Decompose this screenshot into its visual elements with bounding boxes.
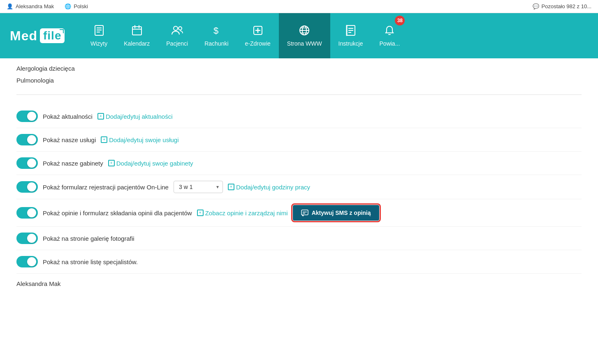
svg-text:$: $ (213, 25, 218, 36)
nav-item-wizyty[interactable]: Wizyty (82, 13, 116, 58)
nav-label-wizyty: Wizyty (90, 40, 107, 47)
toggle-specjalisci[interactable] (16, 256, 38, 267)
user-icon: 👤 (7, 3, 13, 9)
rachunki-icon: $ (211, 25, 222, 38)
footer-name: Aleksandra Mak (16, 280, 61, 287)
nav-item-instrukcje[interactable]: Instrukcje (330, 13, 371, 58)
toggle-row-opinie: Pokaż opinie i formularz składania opini… (16, 199, 582, 227)
ext-icon-aktualnosci: + (97, 113, 104, 120)
powia-icon (384, 25, 395, 38)
dropdown-formularz[interactable]: 3 w 1 1 w 1 2 w 1 (174, 181, 223, 193)
content: Alergologia dziecięca Pulmonologia Pokaż… (0, 58, 598, 364)
nav-label-instrukcje: Instrukcje (338, 40, 363, 47)
ext-icon-opinie: + (197, 210, 204, 216)
svg-rect-4 (132, 27, 141, 35)
nav-label-pacjenci: Pacjenci (166, 40, 188, 47)
top-bar-remaining: Pozostało 982 z 10... (542, 3, 591, 9)
strona-www-icon (299, 25, 310, 38)
nav-item-ezdrowie[interactable]: e-Zdrowie (237, 13, 279, 58)
svg-point-8 (174, 26, 178, 30)
ext-icon-uslugi: + (101, 136, 107, 143)
toggle-row-specjalisci: Pokaż na stronie listę specjalistów. (16, 250, 582, 274)
specialty-item-1: Pulmonologia (16, 74, 582, 86)
specialty-item-0: Alergologia dziecięca (16, 62, 582, 74)
logo-text: Med file (10, 28, 65, 44)
nav-item-rachunki[interactable]: $ Rachunki (196, 13, 236, 58)
toggle-opinie[interactable] (16, 207, 38, 219)
nav-items: Wizyty Kalendarz Pacjenci $ Rachunki (82, 13, 598, 58)
toggle-row-galeria: Pokaż na stronie galerię fotografii (16, 227, 582, 250)
sms-icon (301, 209, 308, 217)
ezdrowie-icon (252, 25, 264, 38)
message-icon: 💬 (533, 3, 539, 9)
logo-file-box: file (40, 28, 65, 43)
nav-item-strona-www[interactable]: Strona WWW (279, 13, 330, 58)
top-bar: 👤 Aleksandra Mak 🌐 Polski 💬 Pozostało 98… (0, 0, 598, 13)
toggle-galeria[interactable] (16, 233, 38, 244)
toggle-label-uslugi: Pokaż nasze usługi (43, 136, 96, 143)
top-bar-username: Aleksandra Mak (16, 3, 54, 9)
nav-item-kalendarz[interactable]: Kalendarz (116, 13, 158, 58)
instrukcje-icon (345, 25, 357, 38)
ext-icon-gabinety: + (108, 160, 115, 166)
logo-med: Med (10, 28, 37, 44)
toggle-link-gabinety[interactable]: + Dodaj/edytuj swoje gabinety (108, 160, 193, 167)
toggle-row-formularz: Pokaż formularz rejestracji pacjentów On… (16, 175, 582, 199)
logo[interactable]: Med file (0, 13, 82, 58)
pacjenci-icon (171, 25, 183, 38)
top-bar-language[interactable]: Polski (74, 3, 88, 9)
specialties-section: Alergologia dziecięca Pulmonologia (16, 58, 582, 95)
ext-icon-formularz: + (228, 184, 234, 190)
top-bar-left: 👤 Aleksandra Mak 🌐 Polski (7, 3, 88, 9)
svg-rect-25 (301, 210, 308, 215)
toggle-link-formularz[interactable]: + Dodaj/edytuj godziny pracy (228, 184, 310, 191)
toggle-link-opinie[interactable]: + Zobacz opinie i zarządzaj nimi (197, 210, 288, 217)
nav-item-powia[interactable]: 38 Powiа... (371, 13, 408, 58)
toggle-label-specjalisci: Pokaż na stronie listę specjalistów. (43, 258, 138, 265)
top-bar-right: 💬 Pozostało 982 z 10... (533, 3, 591, 9)
toggle-link-aktualnosci[interactable]: + Dodaj/edytuj aktualności (97, 113, 173, 120)
nav-item-pacjenci[interactable]: Pacjenci (158, 13, 196, 58)
nav-label-rachunki: Rachunki (204, 40, 228, 47)
nav-label-powia: Powiа... (380, 40, 400, 47)
navbar: Med file Wizyty Kalendarz Pacjenci (0, 13, 598, 58)
toggle-row-aktualnosci: Pokaż aktualności + Dodaj/edytuj aktualn… (16, 105, 582, 128)
toggle-row-uslugi: Pokaż nasze usługi + Dodaj/edytuj swoje … (16, 128, 582, 152)
toggle-label-gabinety: Pokaż nasze gabinety (43, 160, 103, 167)
sms-button[interactable]: Aktywuj SMS z opinią (293, 205, 379, 221)
wizyty-icon (93, 25, 105, 38)
nav-label-strona-www: Strona WWW (287, 40, 322, 47)
footer-row: Aleksandra Mak (16, 274, 582, 287)
nav-label-kalendarz: Kalendarz (124, 40, 150, 47)
toggle-label-opinie: Pokaż opinie i formularz składania opini… (43, 210, 192, 217)
svg-point-9 (178, 27, 182, 30)
globe-icon: 🌐 (65, 3, 71, 9)
toggle-aktualnosci[interactable] (16, 111, 38, 122)
toggle-link-uslugi[interactable]: + Dodaj/edytuj swoje usługi (101, 136, 178, 143)
toggle-row-gabinety: Pokaż nasze gabinety + Dodaj/edytuj swoj… (16, 152, 582, 175)
toggle-gabinety[interactable] (16, 157, 38, 169)
nav-badge: 38 (395, 16, 405, 25)
nav-label-ezdrowie: e-Zdrowie (245, 40, 271, 47)
toggle-label-formularz: Pokaż formularz rejestracji pacjentów On… (43, 184, 169, 191)
toggle-label-aktualnosci: Pokaż aktualności (43, 113, 93, 120)
toggle-formularz[interactable] (16, 181, 38, 193)
toggle-uslugi[interactable] (16, 134, 38, 145)
dropdown-wrapper-formularz[interactable]: 3 w 1 1 w 1 2 w 1 (174, 181, 223, 193)
kalendarz-icon (131, 25, 143, 38)
toggle-label-galeria: Pokaż na stronie galerię fotografii (43, 235, 134, 242)
